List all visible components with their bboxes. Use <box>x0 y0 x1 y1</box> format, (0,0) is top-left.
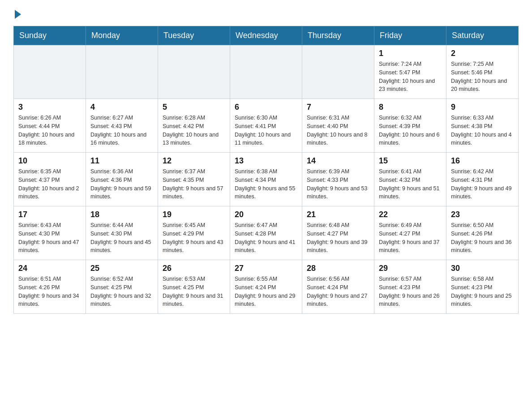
day-info: Sunrise: 6:47 AM Sunset: 4:28 PM Dayligh… <box>235 221 297 255</box>
calendar-cell: 2Sunrise: 7:25 AM Sunset: 5:46 PM Daylig… <box>446 45 519 99</box>
calendar-cell: 4Sunrise: 6:27 AM Sunset: 4:43 PM Daylig… <box>86 99 158 153</box>
weekday-header-wednesday: Wednesday <box>230 26 302 45</box>
calendar-week-0: 1Sunrise: 7:24 AM Sunset: 5:47 PM Daylig… <box>14 45 519 99</box>
day-info: Sunrise: 6:33 AM Sunset: 4:38 PM Dayligh… <box>451 114 514 147</box>
day-number: 25 <box>90 264 153 273</box>
day-number: 11 <box>90 156 153 166</box>
calendar-week-4: 24Sunrise: 6:51 AM Sunset: 4:26 PM Dayli… <box>14 260 519 314</box>
day-number: 28 <box>307 264 369 273</box>
day-info: Sunrise: 6:38 AM Sunset: 4:34 PM Dayligh… <box>235 167 297 201</box>
day-info: Sunrise: 6:45 AM Sunset: 4:29 PM Dayligh… <box>163 221 225 255</box>
calendar-cell: 17Sunrise: 6:43 AM Sunset: 4:30 PM Dayli… <box>14 206 86 260</box>
day-number: 15 <box>379 156 442 166</box>
day-info: Sunrise: 6:56 AM Sunset: 4:24 PM Dayligh… <box>307 275 369 308</box>
calendar-cell <box>302 45 374 99</box>
day-info: Sunrise: 6:48 AM Sunset: 4:27 PM Dayligh… <box>307 221 369 255</box>
day-number: 24 <box>18 264 81 273</box>
calendar-table: SundayMondayTuesdayWednesdayThursdayFrid… <box>13 26 519 314</box>
day-info: Sunrise: 7:25 AM Sunset: 5:46 PM Dayligh… <box>451 60 514 94</box>
calendar-cell: 13Sunrise: 6:38 AM Sunset: 4:34 PM Dayli… <box>230 153 302 206</box>
weekday-header-monday: Monday <box>86 26 158 45</box>
calendar-cell: 8Sunrise: 6:32 AM Sunset: 4:39 PM Daylig… <box>374 99 446 153</box>
logo-triangle-icon <box>15 10 21 19</box>
day-number: 8 <box>379 103 442 112</box>
calendar-cell: 15Sunrise: 6:41 AM Sunset: 4:32 PM Dayli… <box>374 153 446 206</box>
calendar-cell <box>158 45 230 99</box>
calendar-cell: 9Sunrise: 6:33 AM Sunset: 4:38 PM Daylig… <box>446 99 519 153</box>
day-number: 5 <box>163 103 225 112</box>
day-info: Sunrise: 6:52 AM Sunset: 4:25 PM Dayligh… <box>90 275 153 308</box>
weekday-header-thursday: Thursday <box>302 26 374 45</box>
calendar-cell: 14Sunrise: 6:39 AM Sunset: 4:33 PM Dayli… <box>302 153 374 206</box>
calendar-week-2: 10Sunrise: 6:35 AM Sunset: 4:37 PM Dayli… <box>14 153 519 206</box>
day-info: Sunrise: 6:26 AM Sunset: 4:44 PM Dayligh… <box>18 114 81 147</box>
calendar-week-1: 3Sunrise: 6:26 AM Sunset: 4:44 PM Daylig… <box>14 99 519 153</box>
calendar-cell: 21Sunrise: 6:48 AM Sunset: 4:27 PM Dayli… <box>302 206 374 260</box>
day-info: Sunrise: 6:41 AM Sunset: 4:32 PM Dayligh… <box>379 167 442 201</box>
calendar-cell <box>86 45 158 99</box>
day-info: Sunrise: 7:24 AM Sunset: 5:47 PM Dayligh… <box>379 60 442 94</box>
day-info: Sunrise: 6:44 AM Sunset: 4:30 PM Dayligh… <box>90 221 153 255</box>
day-number: 13 <box>235 156 297 166</box>
day-info: Sunrise: 6:57 AM Sunset: 4:23 PM Dayligh… <box>379 275 442 308</box>
day-number: 30 <box>451 264 514 273</box>
day-number: 21 <box>307 210 369 219</box>
day-info: Sunrise: 6:27 AM Sunset: 4:43 PM Dayligh… <box>90 114 153 147</box>
calendar-cell: 18Sunrise: 6:44 AM Sunset: 4:30 PM Dayli… <box>86 206 158 260</box>
day-number: 26 <box>163 264 225 273</box>
calendar-cell: 27Sunrise: 6:55 AM Sunset: 4:24 PM Dayli… <box>230 260 302 314</box>
day-info: Sunrise: 6:35 AM Sunset: 4:37 PM Dayligh… <box>18 167 81 201</box>
logo <box>13 9 21 17</box>
calendar-body: 1Sunrise: 7:24 AM Sunset: 5:47 PM Daylig… <box>14 45 519 314</box>
day-info: Sunrise: 6:30 AM Sunset: 4:41 PM Dayligh… <box>235 114 297 147</box>
day-number: 18 <box>90 210 153 219</box>
calendar-cell: 28Sunrise: 6:56 AM Sunset: 4:24 PM Dayli… <box>302 260 374 314</box>
day-info: Sunrise: 6:31 AM Sunset: 4:40 PM Dayligh… <box>307 114 369 147</box>
day-number: 17 <box>18 210 81 219</box>
day-number: 7 <box>307 103 369 112</box>
day-info: Sunrise: 6:53 AM Sunset: 4:25 PM Dayligh… <box>163 275 225 308</box>
day-info: Sunrise: 6:55 AM Sunset: 4:24 PM Dayligh… <box>235 275 297 308</box>
day-info: Sunrise: 6:32 AM Sunset: 4:39 PM Dayligh… <box>379 114 442 147</box>
calendar-cell: 30Sunrise: 6:58 AM Sunset: 4:23 PM Dayli… <box>446 260 519 314</box>
day-number: 3 <box>18 103 81 112</box>
day-number: 16 <box>451 156 514 166</box>
day-number: 14 <box>307 156 369 166</box>
calendar-week-3: 17Sunrise: 6:43 AM Sunset: 4:30 PM Dayli… <box>14 206 519 260</box>
day-info: Sunrise: 6:58 AM Sunset: 4:23 PM Dayligh… <box>451 275 514 308</box>
calendar-cell: 25Sunrise: 6:52 AM Sunset: 4:25 PM Dayli… <box>86 260 158 314</box>
day-info: Sunrise: 6:49 AM Sunset: 4:27 PM Dayligh… <box>379 221 442 255</box>
calendar-cell: 7Sunrise: 6:31 AM Sunset: 4:40 PM Daylig… <box>302 99 374 153</box>
calendar-cell: 16Sunrise: 6:42 AM Sunset: 4:31 PM Dayli… <box>446 153 519 206</box>
calendar-cell: 23Sunrise: 6:50 AM Sunset: 4:26 PM Dayli… <box>446 206 519 260</box>
day-info: Sunrise: 6:36 AM Sunset: 4:36 PM Dayligh… <box>90 167 153 201</box>
day-info: Sunrise: 6:42 AM Sunset: 4:31 PM Dayligh… <box>451 167 514 201</box>
calendar-cell <box>230 45 302 99</box>
calendar-cell: 20Sunrise: 6:47 AM Sunset: 4:28 PM Dayli… <box>230 206 302 260</box>
day-number: 12 <box>163 156 225 166</box>
calendar-cell: 6Sunrise: 6:30 AM Sunset: 4:41 PM Daylig… <box>230 99 302 153</box>
day-info: Sunrise: 6:43 AM Sunset: 4:30 PM Dayligh… <box>18 221 81 255</box>
day-info: Sunrise: 6:37 AM Sunset: 4:35 PM Dayligh… <box>163 167 225 201</box>
calendar-cell: 19Sunrise: 6:45 AM Sunset: 4:29 PM Dayli… <box>158 206 230 260</box>
day-info: Sunrise: 6:28 AM Sunset: 4:42 PM Dayligh… <box>163 114 225 147</box>
day-info: Sunrise: 6:50 AM Sunset: 4:26 PM Dayligh… <box>451 221 514 255</box>
calendar-cell <box>14 45 86 99</box>
calendar-cell: 11Sunrise: 6:36 AM Sunset: 4:36 PM Dayli… <box>86 153 158 206</box>
calendar-cell: 26Sunrise: 6:53 AM Sunset: 4:25 PM Dayli… <box>158 260 230 314</box>
day-info: Sunrise: 6:51 AM Sunset: 4:26 PM Dayligh… <box>18 275 81 308</box>
weekday-header-friday: Friday <box>374 26 446 45</box>
calendar-cell: 10Sunrise: 6:35 AM Sunset: 4:37 PM Dayli… <box>14 153 86 206</box>
day-number: 9 <box>451 103 514 112</box>
weekday-header-tuesday: Tuesday <box>158 26 230 45</box>
day-number: 4 <box>90 103 153 112</box>
day-number: 19 <box>163 210 225 219</box>
page-header <box>13 9 519 17</box>
day-number: 23 <box>451 210 514 219</box>
calendar-cell: 22Sunrise: 6:49 AM Sunset: 4:27 PM Dayli… <box>374 206 446 260</box>
calendar-cell: 29Sunrise: 6:57 AM Sunset: 4:23 PM Dayli… <box>374 260 446 314</box>
day-number: 22 <box>379 210 442 219</box>
day-number: 20 <box>235 210 297 219</box>
calendar-cell: 12Sunrise: 6:37 AM Sunset: 4:35 PM Dayli… <box>158 153 230 206</box>
weekday-header-saturday: Saturday <box>446 26 519 45</box>
